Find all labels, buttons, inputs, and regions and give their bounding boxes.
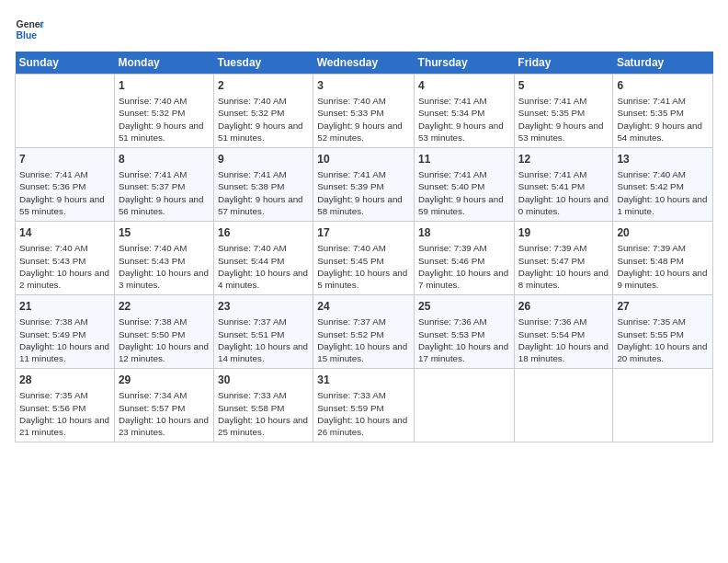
- day-number: 11: [418, 152, 510, 167]
- day-info: Sunrise: 7:41 AMSunset: 5:41 PMDaylight:…: [518, 168, 609, 217]
- day-info: Sunrise: 7:40 AMSunset: 5:32 PMDaylight:…: [119, 95, 210, 144]
- col-header-sunday: Sunday: [16, 52, 115, 75]
- day-info: Sunrise: 7:36 AMSunset: 5:54 PMDaylight:…: [518, 316, 609, 364]
- day-number: 17: [317, 225, 410, 240]
- day-number: 23: [218, 299, 309, 314]
- calendar-cell: 25 Sunrise: 7:36 AMSunset: 5:53 PMDaylig…: [415, 295, 515, 369]
- day-info: Sunrise: 7:40 AMSunset: 5:44 PMDaylight:…: [218, 242, 309, 291]
- calendar-cell: 27 Sunrise: 7:35 AMSunset: 5:55 PMDaylig…: [613, 295, 713, 369]
- calendar-cell: 12 Sunrise: 7:41 AMSunset: 5:41 PMDaylig…: [514, 148, 613, 222]
- calendar-cell: [613, 369, 713, 442]
- logo-icon: General Blue: [15, 15, 44, 44]
- calendar-cell: 14 Sunrise: 7:40 AMSunset: 5:43 PMDaylig…: [16, 222, 115, 295]
- day-info: Sunrise: 7:40 AMSunset: 5:33 PMDaylight:…: [317, 95, 410, 144]
- day-number: 27: [617, 299, 709, 314]
- day-info: Sunrise: 7:39 AMSunset: 5:48 PMDaylight:…: [617, 242, 709, 291]
- week-row-1: 1 Sunrise: 7:40 AMSunset: 5:32 PMDayligh…: [16, 75, 713, 148]
- col-header-friday: Friday: [514, 52, 613, 75]
- calendar-cell: 4 Sunrise: 7:41 AMSunset: 5:34 PMDayligh…: [415, 75, 515, 148]
- calendar-cell: 17 Sunrise: 7:40 AMSunset: 5:45 PMDaylig…: [313, 222, 415, 295]
- day-number: 8: [119, 152, 210, 167]
- calendar-cell: 8 Sunrise: 7:41 AMSunset: 5:37 PMDayligh…: [114, 148, 213, 222]
- day-number: 16: [218, 225, 309, 240]
- day-info: Sunrise: 7:35 AMSunset: 5:55 PMDaylight:…: [617, 316, 709, 364]
- calendar-cell: 1 Sunrise: 7:40 AMSunset: 5:32 PMDayligh…: [114, 75, 213, 148]
- calendar-cell: 10 Sunrise: 7:41 AMSunset: 5:39 PMDaylig…: [313, 148, 415, 222]
- week-row-4: 21 Sunrise: 7:38 AMSunset: 5:49 PMDaylig…: [16, 295, 713, 369]
- header-row: SundayMondayTuesdayWednesdayThursdayFrid…: [16, 52, 713, 75]
- calendar-cell: 3 Sunrise: 7:40 AMSunset: 5:33 PMDayligh…: [313, 75, 415, 148]
- day-info: Sunrise: 7:41 AMSunset: 5:34 PMDaylight:…: [418, 95, 510, 144]
- day-info: Sunrise: 7:38 AMSunset: 5:50 PMDaylight:…: [119, 316, 210, 364]
- day-info: Sunrise: 7:40 AMSunset: 5:32 PMDaylight:…: [218, 95, 309, 144]
- calendar-cell: 26 Sunrise: 7:36 AMSunset: 5:54 PMDaylig…: [514, 295, 613, 369]
- day-info: Sunrise: 7:37 AMSunset: 5:51 PMDaylight:…: [218, 316, 309, 364]
- day-info: Sunrise: 7:38 AMSunset: 5:49 PMDaylight:…: [19, 316, 110, 364]
- day-number: 5: [518, 78, 609, 93]
- day-info: Sunrise: 7:33 AMSunset: 5:58 PMDaylight:…: [218, 389, 309, 438]
- calendar-cell: 9 Sunrise: 7:41 AMSunset: 5:38 PMDayligh…: [213, 148, 313, 222]
- day-number: 22: [119, 299, 210, 314]
- day-info: Sunrise: 7:33 AMSunset: 5:59 PMDaylight:…: [317, 389, 410, 438]
- week-row-3: 14 Sunrise: 7:40 AMSunset: 5:43 PMDaylig…: [16, 222, 713, 295]
- day-number: 12: [518, 152, 609, 167]
- day-info: Sunrise: 7:40 AMSunset: 5:43 PMDaylight:…: [119, 242, 210, 291]
- day-info: Sunrise: 7:40 AMSunset: 5:45 PMDaylight:…: [317, 242, 410, 291]
- day-info: Sunrise: 7:41 AMSunset: 5:36 PMDaylight:…: [19, 168, 110, 217]
- calendar-cell: 22 Sunrise: 7:38 AMSunset: 5:50 PMDaylig…: [114, 295, 213, 369]
- day-info: Sunrise: 7:40 AMSunset: 5:42 PMDaylight:…: [617, 168, 709, 217]
- day-number: 14: [19, 225, 110, 240]
- calendar-cell: 23 Sunrise: 7:37 AMSunset: 5:51 PMDaylig…: [213, 295, 313, 369]
- day-info: Sunrise: 7:40 AMSunset: 5:43 PMDaylight:…: [19, 242, 110, 291]
- day-number: 10: [317, 152, 410, 167]
- week-row-5: 28 Sunrise: 7:35 AMSunset: 5:56 PMDaylig…: [16, 369, 713, 442]
- day-info: Sunrise: 7:36 AMSunset: 5:53 PMDaylight:…: [418, 316, 510, 364]
- calendar-table: SundayMondayTuesdayWednesdayThursdayFrid…: [15, 52, 713, 442]
- day-number: 7: [19, 152, 110, 167]
- day-number: 19: [518, 225, 609, 240]
- day-number: 6: [617, 78, 709, 93]
- day-info: Sunrise: 7:41 AMSunset: 5:38 PMDaylight:…: [218, 168, 309, 217]
- week-row-2: 7 Sunrise: 7:41 AMSunset: 5:36 PMDayligh…: [16, 148, 713, 222]
- calendar-cell: [415, 369, 515, 442]
- calendar-cell: 30 Sunrise: 7:33 AMSunset: 5:58 PMDaylig…: [213, 369, 313, 442]
- calendar-cell: [514, 369, 613, 442]
- day-number: 15: [119, 225, 210, 240]
- calendar-cell: 31 Sunrise: 7:33 AMSunset: 5:59 PMDaylig…: [313, 369, 415, 442]
- day-number: 13: [617, 152, 709, 167]
- col-header-saturday: Saturday: [613, 52, 713, 75]
- calendar-cell: 7 Sunrise: 7:41 AMSunset: 5:36 PMDayligh…: [16, 148, 115, 222]
- day-number: 18: [418, 225, 510, 240]
- day-number: 29: [119, 373, 210, 387]
- logo: General Blue: [15, 15, 44, 44]
- day-number: 1: [119, 78, 210, 93]
- calendar-cell: 19 Sunrise: 7:39 AMSunset: 5:47 PMDaylig…: [514, 222, 613, 295]
- day-number: 30: [218, 373, 309, 387]
- day-number: 20: [617, 225, 709, 240]
- page-header: General Blue: [15, 15, 713, 44]
- col-header-monday: Monday: [114, 52, 213, 75]
- day-info: Sunrise: 7:39 AMSunset: 5:47 PMDaylight:…: [518, 242, 609, 291]
- day-number: 28: [19, 373, 110, 387]
- day-number: 26: [518, 299, 609, 314]
- svg-text:Blue: Blue: [17, 30, 38, 40]
- day-number: 25: [418, 299, 510, 314]
- calendar-cell: 18 Sunrise: 7:39 AMSunset: 5:46 PMDaylig…: [415, 222, 515, 295]
- calendar-cell: 21 Sunrise: 7:38 AMSunset: 5:49 PMDaylig…: [16, 295, 115, 369]
- calendar-cell: 11 Sunrise: 7:41 AMSunset: 5:40 PMDaylig…: [415, 148, 515, 222]
- day-info: Sunrise: 7:39 AMSunset: 5:46 PMDaylight:…: [418, 242, 510, 291]
- col-header-tuesday: Tuesday: [213, 52, 313, 75]
- day-info: Sunrise: 7:41 AMSunset: 5:40 PMDaylight:…: [418, 168, 510, 217]
- calendar-cell: 15 Sunrise: 7:40 AMSunset: 5:43 PMDaylig…: [114, 222, 213, 295]
- calendar-cell: 6 Sunrise: 7:41 AMSunset: 5:35 PMDayligh…: [613, 75, 713, 148]
- calendar-cell: [16, 75, 115, 148]
- calendar-cell: 24 Sunrise: 7:37 AMSunset: 5:52 PMDaylig…: [313, 295, 415, 369]
- day-number: 9: [218, 152, 309, 167]
- day-number: 24: [317, 299, 410, 314]
- calendar-cell: 2 Sunrise: 7:40 AMSunset: 5:32 PMDayligh…: [213, 75, 313, 148]
- day-number: 3: [317, 78, 410, 93]
- day-info: Sunrise: 7:35 AMSunset: 5:56 PMDaylight:…: [19, 389, 110, 438]
- col-header-wednesday: Wednesday: [313, 52, 415, 75]
- calendar-cell: 5 Sunrise: 7:41 AMSunset: 5:35 PMDayligh…: [514, 75, 613, 148]
- day-info: Sunrise: 7:41 AMSunset: 5:37 PMDaylight:…: [119, 168, 210, 217]
